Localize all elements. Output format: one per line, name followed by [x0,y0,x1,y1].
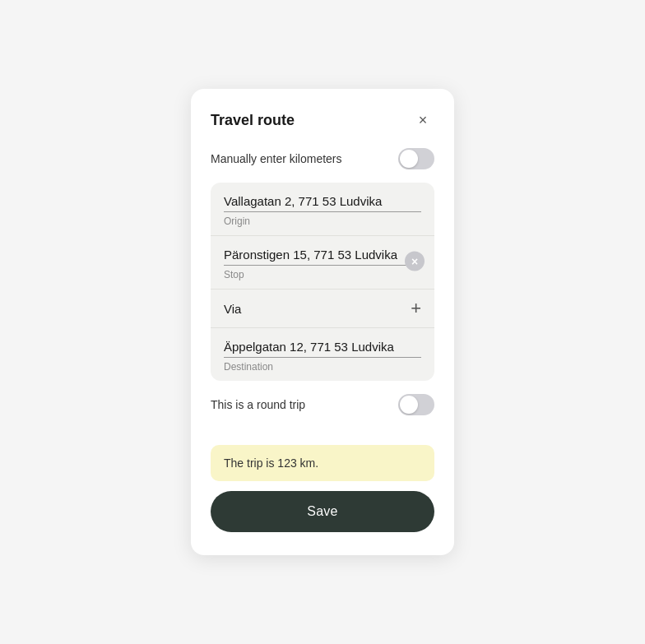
stop-field-wrapper: Päronstigen 15, 771 53 Ludvika Stop × [211,236,434,290]
close-button[interactable]: × [411,109,434,132]
destination-value[interactable]: Äppelgatan 12, 771 53 Ludvika [224,340,421,358]
manually-toggle-knob [400,150,418,168]
stop-clear-button[interactable]: × [405,251,425,271]
stop-value[interactable]: Päronstigen 15, 771 53 Ludvika [224,248,421,266]
destination-label: Destination [224,361,421,373]
round-trip-toggle[interactable] [398,394,434,415]
stop-label: Stop [224,269,421,280]
trip-info-box: The trip is 123 km. [211,445,434,481]
travel-route-modal: Travel route × Manually enter kilometers… [191,89,454,555]
stop-field: Päronstigen 15, 771 53 Ludvika Stop [211,236,434,290]
modal-title: Travel route [211,112,295,129]
destination-field: Äppelgatan 12, 771 53 Ludvika Destinatio… [211,328,434,381]
via-add-icon[interactable]: + [411,299,421,317]
origin-field: Vallagatan 2, 771 53 Ludvika Origin [211,183,434,236]
spacer [211,429,434,445]
via-row: Via + [211,290,434,328]
manually-toggle-label: Manually enter kilometers [211,152,342,165]
manually-toggle[interactable] [398,148,434,169]
round-trip-toggle-row: This is a round trip [211,394,434,415]
trip-info-text: The trip is 123 km. [224,456,318,470]
round-trip-toggle-knob [400,396,418,414]
save-button[interactable]: Save [211,491,434,532]
route-card: Vallagatan 2, 771 53 Ludvika Origin Päro… [211,183,434,381]
round-trip-toggle-label: This is a round trip [211,398,305,411]
manually-toggle-row: Manually enter kilometers [211,148,434,169]
via-label: Via [224,302,241,316]
modal-header: Travel route × [211,109,434,132]
origin-value[interactable]: Vallagatan 2, 771 53 Ludvika [224,194,421,212]
origin-label: Origin [224,215,421,227]
